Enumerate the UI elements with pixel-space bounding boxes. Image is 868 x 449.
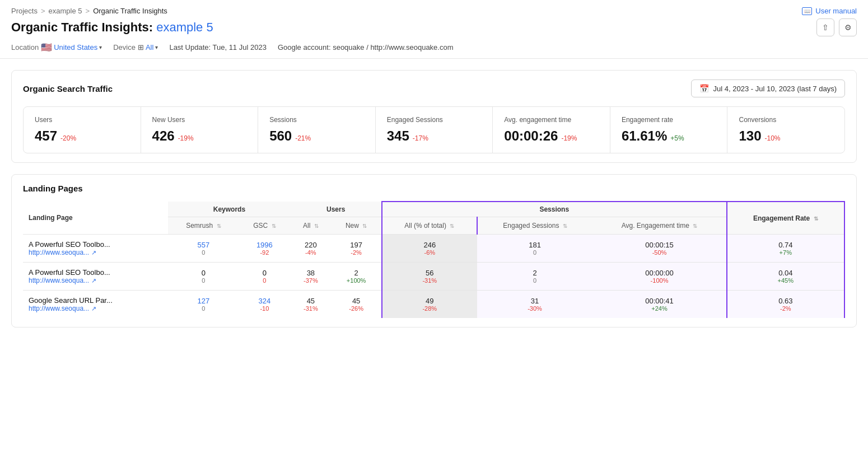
external-link-icon-2: ↗ <box>91 305 96 312</box>
metric-value-1: 426 <box>152 128 175 144</box>
page-container: Projects > example 5 > Organic Traffic I… <box>0 0 868 449</box>
cell-semrush-2: 127 0 <box>168 291 239 319</box>
metric-value-row-6: 130 -10% <box>739 128 833 144</box>
th-keywords-group: Keywords <box>168 202 290 217</box>
metric-change-1: -19% <box>178 134 194 142</box>
metric-label-4: Avg. engagement time <box>504 116 599 124</box>
metric-value-row-4: 00:00:26 -19% <box>504 128 599 144</box>
table-group-header: Landing Page Keywords Users Sessions Eng… <box>23 202 844 217</box>
title-actions: ⇧ ⚙ <box>816 18 857 36</box>
calendar-icon: 📅 <box>699 84 709 93</box>
user-manual-button[interactable]: 📖 User manual <box>802 7 857 15</box>
cell-landing-page-1: A Powerful SEO Toolbo... http://www.seoq… <box>23 263 168 291</box>
cell-semrush-0: 557 0 <box>168 235 239 263</box>
breadcrumb-row: Projects > example 5 > Organic Traffic I… <box>11 7 857 15</box>
cell-gsc-0: 1996 -92 <box>239 235 290 263</box>
engaged-sessions-sort-icon[interactable]: ⇅ <box>563 223 567 229</box>
user-manual-label: User manual <box>815 7 857 15</box>
external-link-icon-0: ↗ <box>91 249 96 256</box>
landing-pages-table: Landing Page Keywords Users Sessions Eng… <box>23 201 845 318</box>
users-new-sort-icon[interactable]: ⇅ <box>362 223 367 229</box>
date-range-text: Jul 4, 2023 - Jul 10, 2023 (last 7 days) <box>713 85 837 93</box>
th-users-new: New ⇅ <box>331 217 382 235</box>
engagement-rate-sort-icon[interactable]: ⇅ <box>814 216 818 222</box>
metric-label-0: Users <box>35 116 129 124</box>
cell-landing-page-2: Google Search URL Par... http://www.seoq… <box>23 291 168 319</box>
metric-value-2: 560 <box>269 128 292 144</box>
breadcrumb: Projects > example 5 > Organic Traffic I… <box>11 7 167 15</box>
metric-label-5: Engagement rate <box>622 116 716 124</box>
location-label: Location <box>11 43 39 52</box>
cell-engagement-rate-2: 0.63 -2% <box>727 291 844 319</box>
location-meta: Location 🇺🇸 United States ▾ <box>11 42 102 53</box>
cell-sessions-all-1: 56 -31% <box>382 263 477 291</box>
table-row: Google Search URL Par... http://www.seoq… <box>23 291 844 319</box>
organic-traffic-header: Organic Search Traffic 📅 Jul 4, 2023 - J… <box>23 79 845 97</box>
export-button[interactable]: ⇧ <box>816 18 834 36</box>
th-sessions-group: Sessions <box>382 202 727 217</box>
landing-pages-section: Landing Pages Landing Page Keywords User… <box>11 174 857 328</box>
page-name-0: A Powerful SEO Toolbo... <box>29 240 141 249</box>
metric-change-2: -21% <box>295 134 311 142</box>
avg-engagement-sort-icon[interactable]: ⇅ <box>693 223 697 229</box>
cell-users-all-0: 220 -4% <box>290 235 331 263</box>
th-users-all: All ⇅ <box>290 217 331 235</box>
cell-avg-engagement-0: 00:00:15 -50% <box>592 235 726 263</box>
settings-button[interactable]: ⚙ <box>839 18 857 36</box>
gsc-sort-icon[interactable]: ⇅ <box>272 223 276 229</box>
cell-engagement-rate-1: 0.04 +45% <box>727 263 844 291</box>
device-value: All <box>146 43 153 52</box>
landing-pages-tbody: A Powerful SEO Toolbo... http://www.seoq… <box>23 235 844 319</box>
metric-change-0: -20% <box>60 134 76 142</box>
metric-value-5: 61.61% <box>622 128 667 144</box>
th-engaged-sessions: Engaged Sessions ⇅ <box>477 217 593 235</box>
date-range-button[interactable]: 📅 Jul 4, 2023 - Jul 10, 2023 (last 7 day… <box>691 79 845 97</box>
metric-label-1: New Users <box>152 116 247 124</box>
organic-traffic-section: Organic Search Traffic 📅 Jul 4, 2023 - J… <box>11 70 857 163</box>
page-url-0[interactable]: http://www.seoqua... ↗ <box>29 249 141 256</box>
cell-users-new-1: 2 +100% <box>331 263 382 291</box>
cell-sessions-all-2: 49 -28% <box>382 291 477 319</box>
device-selector[interactable]: ⊞ All ▾ <box>138 43 158 52</box>
metric-value-3: 345 <box>387 128 409 144</box>
page-url-1[interactable]: http://www.seoqua... ↗ <box>29 277 141 284</box>
meta-row: Location 🇺🇸 United States ▾ Device ⊞ All… <box>11 42 857 58</box>
metric-label-3: Engaged Sessions <box>387 116 482 124</box>
page-url-2[interactable]: http://www.seoqua... ↗ <box>29 305 141 312</box>
device-meta: Device ⊞ All ▾ <box>113 43 158 52</box>
cell-engagement-rate-0: 0.74 +7% <box>727 235 844 263</box>
top-header: Projects > example 5 > Organic Traffic I… <box>0 0 868 59</box>
breadcrumb-projects[interactable]: Projects <box>11 7 38 15</box>
semrush-sort-icon[interactable]: ⇅ <box>217 223 221 229</box>
last-update-meta: Last Update: Tue, 11 Jul 2023 <box>169 43 266 52</box>
users-all-sort-icon[interactable]: ⇅ <box>314 223 319 229</box>
last-update-text: Last Update: Tue, 11 Jul 2023 <box>169 43 266 52</box>
location-value: United States <box>54 43 97 52</box>
organic-traffic-title: Organic Search Traffic <box>23 84 113 93</box>
cell-users-all-1: 38 -37% <box>290 263 331 291</box>
metric-value-4: 00:00:26 <box>504 128 558 144</box>
metric-card-2: Sessions 560 -21% <box>258 107 376 153</box>
metric-card-3: Engaged Sessions 345 -17% <box>376 107 493 153</box>
cell-semrush-1: 0 0 <box>168 263 239 291</box>
location-selector[interactable]: 🇺🇸 United States ▾ <box>41 42 102 53</box>
cell-landing-page-0: A Powerful SEO Toolbo... http://www.seoq… <box>23 235 168 263</box>
sessions-all-sort-icon[interactable]: ⇅ <box>450 223 454 229</box>
metric-value-row-0: 457 -20% <box>35 128 129 144</box>
metric-change-3: -17% <box>413 134 428 142</box>
metrics-row: Users 457 -20% New Users 426 -19% Sessio… <box>23 106 845 153</box>
metric-card-0: Users 457 -20% <box>24 107 141 153</box>
cell-users-all-2: 45 -31% <box>290 291 331 319</box>
cell-users-new-2: 45 -26% <box>331 291 382 319</box>
th-users-group: Users <box>290 202 382 217</box>
landing-pages-title: Landing Pages <box>23 184 845 193</box>
book-icon: 📖 <box>802 7 812 15</box>
th-landing-page: Landing Page <box>23 202 168 235</box>
metric-value-6: 130 <box>739 128 761 144</box>
th-engagement-rate: Engagement Rate ⇅ <box>727 202 844 235</box>
page-title: Organic Traffic Insights: example 5 <box>11 20 213 35</box>
cell-gsc-1: 0 0 <box>239 263 290 291</box>
page-name-2: Google Search URL Par... <box>29 296 141 305</box>
cell-engaged-sessions-1: 2 0 <box>477 263 593 291</box>
breadcrumb-example5[interactable]: example 5 <box>49 7 82 15</box>
